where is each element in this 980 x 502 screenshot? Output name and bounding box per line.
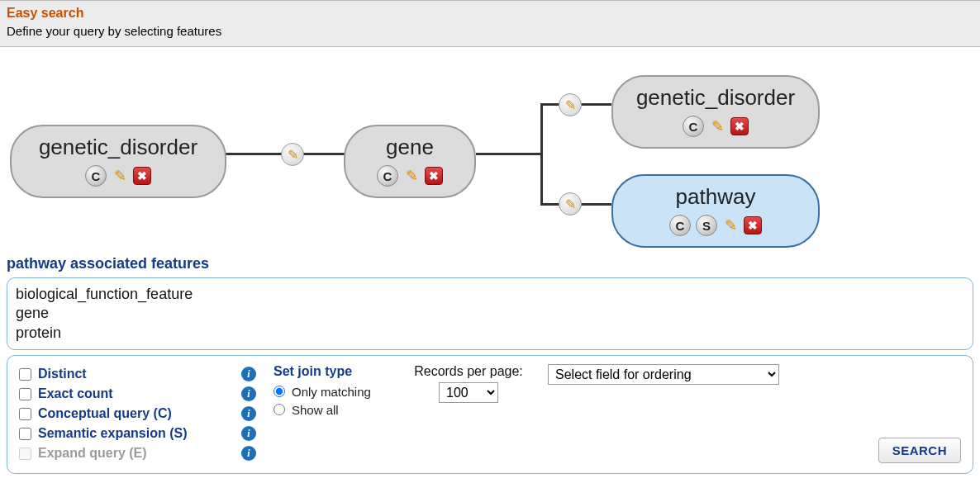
pencil-icon[interactable]: ✎ [403, 168, 420, 184]
delete-icon[interactable]: ✖ [425, 167, 443, 185]
info-icon[interactable]: i [241, 446, 256, 461]
features-panel: biological_function_feature gene protein [7, 277, 973, 350]
node-label: genetic_disorder [628, 85, 803, 111]
semantic-badge-icon: S [696, 215, 717, 236]
page-title: Easy search [7, 6, 973, 21]
show-all-radio[interactable] [274, 404, 285, 415]
options-panel: Distinct Exact count Conceptual query (C… [7, 355, 973, 474]
query-graph: ✎ ✎ ✎ genetic_disorder C ✎ ✖ gene C ✎ ✖ … [0, 47, 980, 255]
feature-option[interactable]: biological_function_feature [16, 285, 964, 304]
info-icon[interactable]: i [241, 367, 256, 381]
node-label: gene [360, 135, 459, 160]
delete-icon[interactable]: ✖ [133, 167, 151, 185]
show-all-label: Show all [292, 403, 339, 417]
feature-option[interactable]: gene [16, 304, 964, 323]
delete-icon[interactable]: ✖ [744, 216, 762, 234]
exactcount-label: Exact count [38, 386, 113, 401]
delete-icon[interactable]: ✖ [730, 117, 749, 135]
node-label: pathway [628, 184, 803, 210]
node-toolbar: C ✎ ✖ [628, 116, 803, 137]
conceptual-label: Conceptual query (C) [38, 406, 172, 421]
jointype-group: Set join type Only matching Show all [274, 364, 389, 419]
conceptual-checkbox[interactable] [19, 408, 31, 420]
node-pathway[interactable]: pathway C S ✎ ✖ [611, 174, 820, 248]
conceptual-badge-icon: C [377, 165, 398, 187]
features-section-title: pathway associated features [0, 255, 980, 276]
info-icon[interactable]: i [241, 386, 256, 401]
pencil-icon[interactable]: ✎ [709, 118, 725, 135]
pencil-icon[interactable]: ✎ [112, 168, 128, 184]
node-toolbar: C S ✎ ✖ [628, 215, 803, 236]
expand-label: Expand query (E) [38, 446, 147, 461]
header-bar: Easy search Define your query by selecti… [0, 0, 980, 47]
records-per-page-group: Records per page: 100 [402, 364, 535, 403]
node-toolbar: C ✎ ✖ [26, 165, 210, 187]
edge-edit-n1n2[interactable]: ✎ [281, 143, 304, 166]
info-icon[interactable]: i [241, 406, 256, 421]
edge-branch-vertical [540, 103, 543, 206]
only-matching-radio[interactable] [274, 386, 285, 397]
conceptual-badge-icon: C [669, 215, 691, 236]
info-column: i i i i i [237, 364, 260, 463]
only-matching-label: Only matching [292, 385, 371, 399]
semantic-checkbox[interactable] [19, 428, 31, 440]
info-icon[interactable]: i [241, 426, 256, 441]
distinct-checkbox[interactable] [19, 368, 31, 381]
conceptual-badge-icon: C [85, 165, 107, 187]
node-genetic-disorder-2[interactable]: genetic_disorder C ✎ ✖ [611, 75, 820, 149]
ordering-select[interactable]: Select field for ordering [548, 364, 779, 385]
checkbox-group: Distinct Exact count Conceptual query (C… [19, 364, 224, 463]
page-subtitle: Define your query by selecting features [7, 24, 973, 38]
edge-n2-right [476, 153, 540, 155]
pencil-icon[interactable]: ✎ [722, 217, 739, 234]
node-toolbar: C ✎ ✖ [360, 165, 459, 187]
records-per-page-select[interactable]: 100 [439, 382, 498, 403]
edge-edit-n2n4[interactable]: ✎ [559, 192, 582, 215]
jointype-title: Set join type [274, 364, 389, 379]
node-gene[interactable]: gene C ✎ ✖ [344, 125, 476, 198]
node-genetic-disorder-1[interactable]: genetic_disorder C ✎ ✖ [10, 125, 226, 198]
feature-option[interactable]: protein [16, 324, 964, 343]
search-button[interactable]: SEARCH [878, 438, 961, 463]
ordering-group: Select field for ordering [548, 364, 779, 385]
node-label: genetic_disorder [26, 135, 210, 160]
distinct-label: Distinct [38, 367, 87, 381]
conceptual-badge-icon: C [683, 116, 704, 137]
semantic-label: Semantic expansion (S) [38, 426, 188, 441]
expand-checkbox [19, 448, 31, 460]
exactcount-checkbox[interactable] [19, 388, 31, 400]
records-per-page-label: Records per page: [414, 364, 523, 379]
edge-edit-n2n3[interactable]: ✎ [559, 93, 582, 116]
